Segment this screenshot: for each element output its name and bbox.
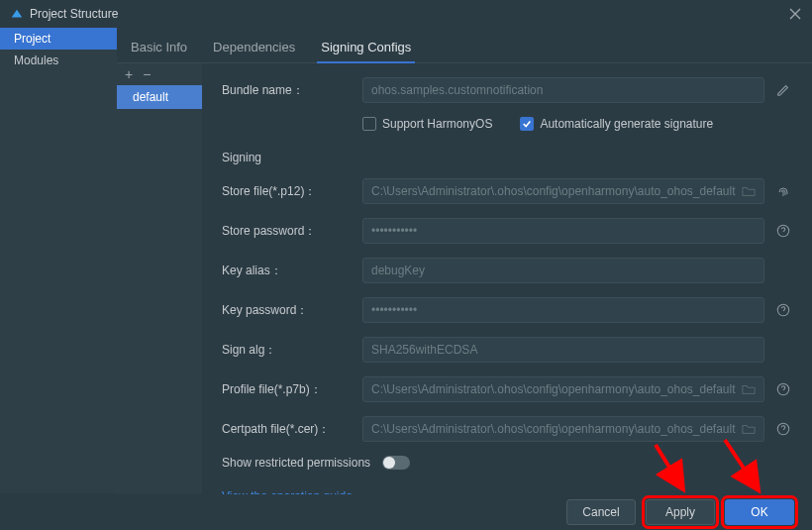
add-config-icon[interactable]: + — [125, 66, 133, 82]
titlebar: Project Structure — [0, 0, 812, 28]
help-icon[interactable] — [774, 422, 792, 436]
profile-file-field[interactable]: C:\Users\Administrator\.ohos\config\open… — [362, 376, 764, 402]
folder-icon[interactable] — [742, 422, 756, 436]
key-alias-label: Key alias： — [222, 263, 362, 279]
support-harmony-checkbox[interactable]: Support HarmonyOS — [362, 117, 492, 131]
store-password-field[interactable]: ••••••••••• — [362, 218, 764, 244]
certpath-field[interactable]: C:\Users\Administrator\.ohos\config\open… — [362, 416, 764, 442]
sidebar-item-project[interactable]: Project — [0, 28, 117, 50]
folder-icon[interactable] — [742, 184, 756, 198]
bundle-name-label: Bundle name： — [222, 82, 362, 99]
help-icon[interactable] — [774, 303, 792, 317]
remove-config-icon[interactable]: − — [143, 66, 151, 82]
close-icon[interactable] — [788, 7, 802, 21]
edit-icon[interactable] — [774, 83, 792, 97]
sign-alg-label: Sign alg： — [222, 342, 362, 359]
sign-alg-field[interactable]: SHA256withECDSA — [362, 337, 764, 363]
profile-file-label: Profile file(*.p7b)： — [222, 381, 362, 398]
show-restricted-label: Show restricted permissions — [222, 456, 370, 470]
configs-list: + − default — [117, 63, 202, 523]
bundle-name-field[interactable]: ohos.samples.customnotification — [362, 77, 764, 103]
sidebar-item-modules[interactable]: Modules — [0, 50, 117, 71]
key-alias-field[interactable]: debugKey — [362, 258, 764, 283]
window-title: Project Structure — [30, 7, 788, 21]
folder-icon[interactable] — [742, 382, 756, 396]
signing-heading: Signing — [222, 151, 792, 164]
ok-button[interactable]: OK — [725, 499, 794, 525]
store-password-label: Store password： — [222, 223, 362, 240]
fingerprint-icon[interactable] — [774, 183, 792, 199]
apply-button[interactable]: Apply — [646, 499, 715, 525]
store-file-field[interactable]: C:\Users\Administrator\.ohos\config\open… — [362, 178, 764, 204]
tab-dependencies[interactable]: Dependencies — [209, 34, 299, 62]
help-icon[interactable] — [774, 382, 792, 396]
help-icon[interactable] — [774, 224, 792, 238]
certpath-label: Certpath file(*.cer)： — [222, 421, 362, 438]
auto-generate-signature-checkbox[interactable]: Automatically generate signature — [520, 117, 713, 131]
tab-bar: Basic Info Dependencies Signing Configs — [117, 28, 812, 63]
svg-point-2 — [777, 383, 788, 394]
cancel-button[interactable]: Cancel — [566, 499, 636, 525]
tab-basic-info[interactable]: Basic Info — [127, 34, 191, 62]
svg-point-0 — [777, 225, 788, 236]
app-icon — [10, 7, 24, 21]
show-restricted-toggle[interactable] — [382, 456, 410, 470]
key-password-label: Key password： — [222, 302, 362, 319]
key-password-field[interactable]: ••••••••••• — [362, 297, 764, 323]
config-item-default[interactable]: default — [117, 85, 202, 109]
signing-form: Bundle name： ohos.samples.customnotifica… — [202, 63, 812, 523]
store-file-label: Store file(*.p12)： — [222, 183, 362, 200]
button-bar: Cancel Apply OK — [0, 494, 812, 530]
left-sidebar: Project Modules — [0, 28, 117, 493]
tab-signing-configs[interactable]: Signing Configs — [317, 34, 415, 62]
svg-point-3 — [777, 423, 788, 434]
svg-point-1 — [777, 304, 788, 315]
